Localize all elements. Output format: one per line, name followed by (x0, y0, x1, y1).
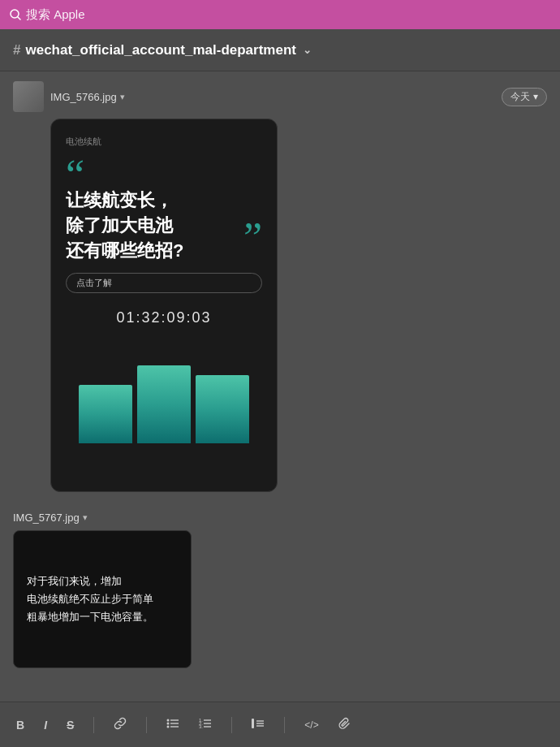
toolbar-divider-4 (284, 717, 285, 733)
italic-button[interactable]: I (41, 715, 50, 735)
search-bar[interactable]: 搜索 Apple (0, 0, 560, 29)
svg-point-2 (167, 719, 170, 721)
bar-2 (137, 365, 191, 443)
svg-point-4 (167, 722, 170, 724)
search-text: 搜索 Apple (26, 7, 85, 23)
card-content-1: 电池续航 “ 让续航变长，除了加大电池还有哪些绝招? ” 点击了解 01:32:… (51, 119, 277, 491)
search-icon (10, 9, 21, 20)
hash-symbol: # (13, 42, 20, 58)
channel-name[interactable]: # wechat_official_account_mal-department… (13, 42, 312, 58)
bold-button[interactable]: B (13, 715, 28, 735)
message-item: IMG_5766.jpg ▾ 今天 ▾ 电池续航 “ 让续航变长，除了加大电池还… (13, 81, 547, 492)
strikethrough-button[interactable]: S (63, 715, 77, 735)
avatar (13, 81, 44, 112)
bar-1 (79, 385, 132, 443)
attachment-icon[interactable] (335, 714, 355, 736)
list-unordered-icon[interactable] (163, 715, 183, 736)
toolbar-divider-1 (93, 717, 94, 733)
channel-header: # wechat_official_account_mal-department… (0, 29, 560, 71)
svg-point-6 (167, 725, 170, 728)
channel-name-text: wechat_official_account_mal-department (25, 42, 295, 58)
chevron-down-icon[interactable]: ⌄ (303, 44, 312, 56)
file-name-2: IMG_5767.jpg (13, 512, 80, 524)
image-card-1: 电池续航 “ 让续航变长，除了加大电池还有哪些绝招? ” 点击了解 01:32:… (50, 119, 278, 492)
svg-rect-14 (252, 719, 254, 728)
today-chevron-icon: ▾ (533, 91, 538, 102)
today-badge[interactable]: 今天 ▾ (502, 88, 547, 106)
card-main-title: 让续航变长，除了加大电池还有哪些绝招? (66, 188, 262, 263)
toolbar-divider-2 (146, 717, 147, 733)
file-dropdown-icon[interactable]: ▾ (120, 92, 125, 102)
file-dropdown-icon-2[interactable]: ▾ (83, 512, 88, 523)
message-item-2: IMG_5767.jpg ▾ 对于我们来说，增加电池续航绝不应止步于简单粗暴地增… (13, 512, 547, 668)
file-label-2: IMG_5767.jpg ▾ (13, 512, 547, 524)
blockquote-icon[interactable] (248, 715, 268, 736)
battery-label: 电池续航 (66, 136, 262, 148)
content-area: IMG_5766.jpg ▾ 今天 ▾ 电池续航 “ 让续航变长，除了加大电池还… (0, 71, 560, 702)
bar-chart (66, 346, 262, 443)
bar-3 (196, 375, 249, 443)
file-name: IMG_5766.jpg (50, 91, 117, 103)
svg-text:3.: 3. (199, 724, 203, 729)
svg-line-1 (18, 17, 20, 19)
file-label: IMG_5766.jpg ▾ (50, 91, 125, 103)
list-ordered-icon[interactable]: 1. 2. 3. (196, 715, 215, 736)
today-label: 今天 (510, 90, 530, 104)
image-card-2: 对于我们来说，增加电池续航绝不应止步于简单粗暴地增加一下电池容量。 (13, 530, 192, 668)
toolbar-divider-3 (231, 717, 232, 733)
message-header: IMG_5766.jpg ▾ 今天 ▾ (13, 81, 547, 112)
link-icon[interactable] (110, 714, 130, 736)
learn-more-button[interactable]: 点击了解 (66, 273, 262, 293)
code-icon[interactable]: </> (301, 716, 321, 734)
toolbar: B I S 1. 2. 3. (0, 702, 560, 747)
timer-display: 01:32:09:03 (66, 309, 262, 326)
quote-right-icon: ” (243, 217, 262, 259)
card-2-text: 对于我们来说，增加电池续航绝不应止步于简单粗暴地增加一下电池容量。 (27, 572, 153, 626)
